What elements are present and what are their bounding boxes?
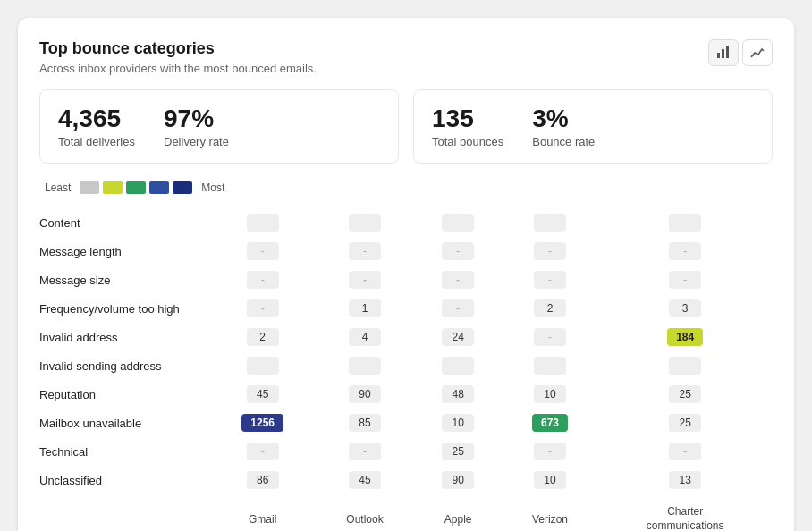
- total-bounces-stat: 135 Total bounces: [432, 105, 503, 148]
- legend-box-1: [80, 181, 99, 194]
- row-label: Message size: [39, 266, 209, 294]
- table-row: Unclassified 86 45 90 10 13: [39, 466, 773, 494]
- line-chart-icon: [750, 46, 765, 60]
- cell: -: [669, 442, 701, 460]
- cell: 45: [349, 471, 381, 489]
- cell: 25: [669, 414, 701, 432]
- cell: -: [534, 328, 566, 346]
- cell: -: [442, 242, 474, 260]
- cell: 24: [442, 328, 474, 346]
- row-label: Invalid address: [39, 323, 209, 351]
- cell: 25: [669, 385, 701, 403]
- cell: -: [534, 271, 566, 289]
- cell: -: [247, 299, 279, 317]
- table-row: Invalid address 2 4 24 - 184: [39, 323, 773, 351]
- cell: [247, 214, 279, 232]
- table-row: Reputation 45 90 48 10 25: [39, 380, 773, 409]
- cell: -: [349, 271, 381, 289]
- row-label: Technical: [39, 437, 209, 466]
- cell: -: [247, 271, 279, 289]
- total-deliveries-stat: 4,365 Total deliveries: [58, 105, 135, 148]
- line-chart-button[interactable]: [742, 39, 773, 66]
- row-label: Invalid sending address: [39, 351, 209, 380]
- card-subtitle: Across inbox providers with the most bou…: [39, 62, 317, 75]
- cell: 85: [349, 414, 381, 432]
- cell: 13: [669, 471, 701, 489]
- svg-rect-0: [717, 53, 720, 58]
- svg-rect-2: [726, 46, 729, 58]
- total-bounces-value: 135: [432, 105, 503, 133]
- row-label: Frequency/volume too high: [39, 294, 209, 323]
- cell: [442, 214, 474, 232]
- cell: [349, 357, 381, 375]
- legend: Least Most: [39, 181, 773, 194]
- least-label: Least: [45, 181, 71, 194]
- delivery-rate-value: 97%: [164, 105, 229, 133]
- cell: 48: [442, 385, 474, 403]
- legend-box-3: [126, 181, 146, 194]
- cell: -: [442, 299, 474, 317]
- bounce-rate-value: 3%: [532, 105, 595, 133]
- delivery-rate-stat: 97% Delivery rate: [164, 105, 229, 148]
- header-left: Top bounce categories Across inbox provi…: [39, 39, 317, 75]
- cell: -: [669, 242, 701, 260]
- cell: [669, 357, 701, 375]
- bounce-table: Content Message length - - - - -: [39, 208, 773, 531]
- table-row: Message size - - - - -: [39, 266, 773, 294]
- cell: 2: [247, 328, 279, 346]
- cell: 10: [534, 385, 566, 403]
- delivery-stats-box: 4,365 Total deliveries 97% Delivery rate: [39, 89, 399, 164]
- cell: -: [669, 271, 701, 289]
- bounce-stats-box: 135 Total bounces 3% Bounce rate: [413, 89, 773, 164]
- cell: 45: [247, 385, 279, 403]
- cell: -: [247, 242, 279, 260]
- cell: 2: [534, 299, 566, 317]
- table-row: Content: [39, 208, 773, 237]
- empty-footer-cell: [39, 494, 209, 531]
- cell: 86: [247, 471, 279, 489]
- cell-highlighted-yellow: 184: [667, 328, 703, 346]
- total-deliveries-label: Total deliveries: [58, 135, 135, 148]
- cell-highlighted-dark-blue: 1256: [241, 414, 283, 432]
- bounce-rate-label: Bounce rate: [532, 135, 595, 148]
- col-header-charter: Chartercommunications: [597, 494, 773, 531]
- cell: -: [442, 271, 474, 289]
- col-header-outlook: Outlook: [316, 494, 413, 531]
- col-header-verizon: Verizon: [503, 494, 598, 531]
- data-table-container: Content Message length - - - - -: [39, 208, 773, 531]
- table-row: Technical - - 25 - -: [39, 437, 773, 466]
- bounce-rate-stat: 3% Bounce rate: [532, 105, 595, 148]
- svg-rect-1: [722, 49, 724, 58]
- table-row: Frequency/volume too high - 1 - 2 3: [39, 294, 773, 323]
- col-header-apple: Apple: [414, 494, 503, 531]
- cell: 3: [669, 299, 701, 317]
- bar-chart-button[interactable]: [708, 39, 739, 66]
- cell: -: [349, 242, 381, 260]
- row-label: Reputation: [39, 380, 209, 409]
- header-right: [708, 39, 773, 66]
- cell: 90: [442, 471, 474, 489]
- cell: -: [349, 442, 381, 460]
- cell: -: [247, 442, 279, 460]
- row-label: Mailbox unavailable: [39, 409, 209, 437]
- cell-highlighted-green: 673: [532, 414, 568, 432]
- cell: 10: [534, 471, 566, 489]
- cell: -: [534, 242, 566, 260]
- column-headers-row: Gmail Outlook Apple Verizon Chartercommu…: [39, 494, 773, 531]
- row-label: Unclassified: [39, 466, 209, 494]
- cell: 10: [442, 414, 474, 432]
- stats-row: 4,365 Total deliveries 97% Delivery rate…: [39, 89, 773, 164]
- legend-box-2: [103, 181, 123, 194]
- cell: 1: [349, 299, 381, 317]
- row-label: Message length: [39, 237, 209, 266]
- legend-box-5: [173, 181, 192, 194]
- total-bounces-label: Total bounces: [432, 135, 503, 148]
- cell: -: [534, 442, 566, 460]
- table-row: Message length - - - - -: [39, 237, 773, 266]
- most-label: Most: [201, 181, 224, 194]
- main-card: Top bounce categories Across inbox provi…: [18, 18, 794, 531]
- col-header-gmail: Gmail: [209, 494, 316, 531]
- delivery-rate-label: Delivery rate: [164, 135, 229, 148]
- cell: [349, 214, 381, 232]
- cell: 90: [349, 385, 381, 403]
